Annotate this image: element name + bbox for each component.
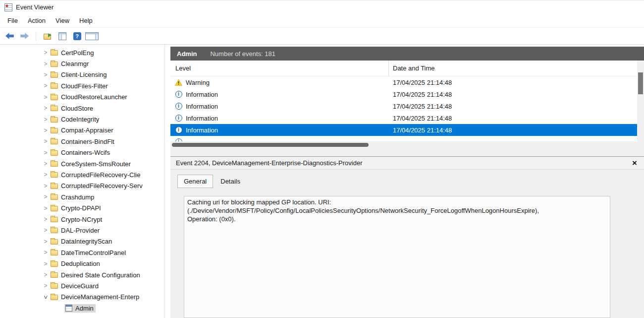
tree-item-containers-bindflt[interactable]: >Containers-BindFlt	[0, 136, 164, 147]
event-datetime: 17/04/2025 21:14:48	[389, 127, 452, 134]
tree-node: Desired State Configuration	[50, 271, 142, 279]
tree-item-compat-appraiser[interactable]: >Compat-Appraiser	[0, 125, 164, 136]
chevron-right-icon[interactable]: >	[42, 160, 50, 167]
back-icon	[5, 33, 14, 39]
tree-item-label: Deduplication	[61, 260, 100, 267]
chevron-right-icon[interactable]: >	[42, 116, 50, 123]
console-tree-button[interactable]	[55, 30, 69, 43]
tree-node: CertPolEng	[50, 49, 96, 57]
event-viewer-window: Event Viewer File Action View Help ? >Ce…	[0, 0, 644, 318]
event-row[interactable]: Warning17/04/2025 21:14:48	[170, 76, 637, 88]
menu-view[interactable]: View	[51, 15, 74, 26]
chevron-right-icon[interactable]: >	[42, 183, 50, 190]
tree-item-dal-provider[interactable]: >DAL-Provider	[0, 225, 164, 236]
folder-icon	[51, 283, 58, 289]
tree-item-datetimecontrolpanel[interactable]: >DateTimeControlPanel	[0, 247, 164, 258]
tree-item-crypto-ncrypt[interactable]: >Crypto-NCrypt	[0, 214, 164, 225]
column-header-date[interactable]: Date and Time	[389, 64, 435, 72]
chevron-right-icon[interactable]: >	[42, 171, 50, 178]
tree-item-admin[interactable]: Admin	[0, 303, 164, 314]
tree-node: Client-Licensing	[50, 70, 109, 79]
help-button[interactable]: ?	[70, 30, 84, 43]
pane-divider[interactable]	[165, 45, 170, 318]
chevron-down-icon[interactable]: >	[42, 293, 49, 301]
tree-item-crypto-dpapi[interactable]: >Crypto-DPAPI	[0, 202, 164, 213]
event-row[interactable]: iInformation17/04/2025 21:14:48	[170, 88, 637, 100]
detail-header: Event 2204, DeviceManagement-Enterprise-…	[170, 156, 644, 170]
chevron-right-icon[interactable]: >	[42, 138, 50, 145]
action-pane-button[interactable]	[85, 30, 99, 43]
vertical-scrollbar-thumb[interactable]	[638, 72, 643, 94]
event-row[interactable]: i	[170, 136, 637, 141]
tree-item-cloudstore[interactable]: >CloudStore	[0, 103, 164, 114]
tree-item-desired-state-configuration[interactable]: >Desired State Configuration	[0, 269, 164, 280]
chevron-right-icon[interactable]: >	[42, 82, 50, 89]
chevron-right-icon[interactable]: >	[42, 61, 50, 67]
tab-details[interactable]: Details	[214, 175, 247, 188]
event-row[interactable]: iInformation17/04/2025 21:14:48	[170, 124, 637, 136]
chevron-right-icon[interactable]: >	[42, 227, 50, 234]
event-level: Information	[186, 127, 218, 134]
tree-item-label: CoreSystem-SmsRouter	[61, 160, 131, 168]
chevron-right-icon[interactable]: >	[42, 127, 50, 134]
chevron-right-icon[interactable]: >	[42, 71, 50, 78]
chevron-right-icon[interactable]: >	[42, 105, 50, 112]
forward-button[interactable]	[18, 30, 31, 43]
tree-item-client-licensing[interactable]: >Client-Licensing	[0, 69, 164, 80]
chevron-right-icon[interactable]: >	[42, 260, 50, 267]
chevron-right-icon[interactable]: >	[42, 216, 50, 223]
information-icon: i	[175, 103, 182, 110]
window-title: Event Viewer	[16, 3, 54, 11]
folder-icon	[51, 117, 58, 123]
close-icon[interactable]: ×	[632, 159, 637, 167]
tree-item-cleanmgr[interactable]: >Cleanmgr	[0, 58, 164, 69]
tree-item-devicemanagement-enterp[interactable]: >DeviceManagement-Enterp	[0, 292, 164, 303]
back-button[interactable]	[3, 30, 16, 43]
tree-node: DataIntegrityScan	[50, 237, 114, 246]
chevron-right-icon[interactable]: >	[42, 238, 50, 245]
tree-item-codeintegrity[interactable]: >CodeIntegrity	[0, 114, 164, 125]
tree-item-deduplication[interactable]: >Deduplication	[0, 258, 164, 269]
chevron-right-icon[interactable]: >	[42, 94, 50, 101]
chevron-right-icon[interactable]: >	[42, 205, 50, 212]
chevron-right-icon[interactable]: >	[42, 271, 50, 278]
tree-item-label: DateTimeControlPanel	[61, 249, 126, 256]
tree-item-certpoleng[interactable]: >CertPolEng	[0, 47, 164, 58]
folder-icon	[51, 295, 58, 300]
vertical-scrollbar[interactable]	[637, 61, 644, 141]
tree-item-label: DeviceManagement-Enterp	[61, 293, 139, 301]
menu-file[interactable]: File	[2, 15, 23, 26]
pane-splitter[interactable]	[170, 148, 644, 156]
tab-general[interactable]: General	[177, 175, 213, 188]
chevron-right-icon[interactable]: >	[42, 282, 50, 289]
folder-icon	[51, 139, 58, 144]
tree-item-dataintegrityscan[interactable]: >DataIntegrityScan	[0, 236, 164, 247]
horizontal-scrollbar-thumb[interactable]	[172, 143, 369, 147]
tree-item-label: Client-Licensing	[61, 71, 107, 78]
events-pane-header: Admin Number of events: 181	[170, 47, 644, 61]
chevron-right-icon[interactable]: >	[42, 249, 50, 256]
folder-icon	[51, 228, 58, 233]
tree-item-deviceguard[interactable]: >DeviceGuard	[0, 280, 164, 291]
tree-node: Containers-Wcifs	[50, 148, 112, 157]
event-level: Information	[186, 103, 218, 110]
tree-item-label: CorruptedFileRecovery-Serv	[61, 182, 143, 190]
column-header-level[interactable]: Level	[170, 61, 389, 76]
horizontal-scrollbar[interactable]	[170, 141, 644, 148]
event-row[interactable]: iInformation17/04/2025 21:14:48	[170, 100, 637, 112]
tree-item-cloudfiles-filter[interactable]: >CloudFiles-Filter	[0, 80, 164, 91]
chevron-right-icon[interactable]: >	[42, 49, 50, 56]
event-row[interactable]: iInformation17/04/2025 21:14:48	[170, 112, 637, 124]
tree-item-corruptedfilerecovery-serv[interactable]: >CorruptedFileRecovery-Serv	[0, 181, 164, 191]
menu-action[interactable]: Action	[23, 15, 51, 26]
chevron-right-icon[interactable]: >	[42, 193, 50, 200]
tree-item-containers-wcifs[interactable]: >Containers-Wcifs	[0, 147, 164, 158]
open-saved-log-button[interactable]	[41, 30, 54, 43]
event-log-icon	[65, 305, 72, 312]
tree-item-corruptedfilerecovery-clie[interactable]: >CorruptedFileRecovery-Clie	[0, 169, 164, 180]
chevron-right-icon[interactable]: >	[42, 149, 50, 156]
menu-help[interactable]: Help	[74, 15, 98, 26]
tree-item-crashdump[interactable]: >Crashdump	[0, 191, 164, 202]
tree-item-coresystem-smsrouter[interactable]: >CoreSystem-SmsRouter	[0, 158, 164, 169]
tree-item-cloudrestorelauncher[interactable]: >CloudRestoreLauncher	[0, 92, 164, 103]
